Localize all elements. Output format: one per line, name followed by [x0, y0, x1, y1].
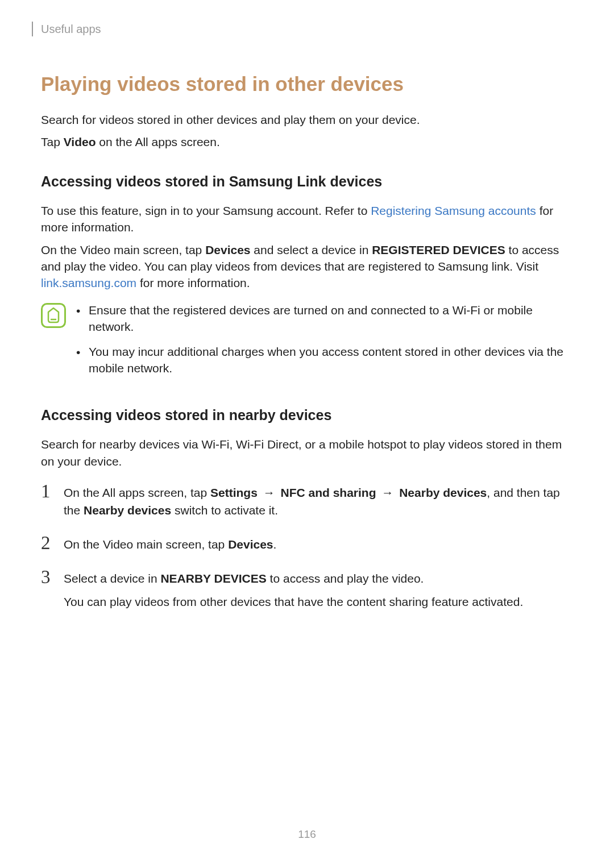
bold-text: Video — [64, 135, 96, 148]
bold-text: NEARBY DEVICES — [160, 572, 266, 585]
running-header-text: Useful apps — [41, 23, 101, 36]
numbered-list: 1 On the All apps screen, tap Settings →… — [41, 482, 573, 616]
bullet-item: • Ensure that the registered devices are… — [76, 302, 573, 335]
text: On the All apps screen, tap — [64, 486, 210, 499]
sub1-paragraph-1: To use this feature, sign in to your Sam… — [41, 202, 573, 236]
text: and select a device in — [251, 243, 372, 256]
bold-text: Nearby devices — [399, 486, 487, 499]
bold-text: Devices — [205, 243, 250, 256]
subsection-heading-samsung-link: Accessing videos stored in Samsung Link … — [41, 173, 573, 190]
subsection-heading-nearby: Accessing videos stored in nearby device… — [41, 407, 573, 423]
step-1: 1 On the All apps screen, tap Settings →… — [41, 482, 573, 519]
text: To use this feature, sign in to your Sam… — [41, 204, 371, 217]
bold-text: NFC and sharing — [281, 486, 376, 499]
intro-paragraph-1: Search for videos stored in other device… — [41, 111, 573, 128]
step-number: 2 — [41, 534, 64, 553]
note-block: • Ensure that the registered devices are… — [41, 302, 573, 385]
note-icon — [41, 303, 66, 328]
step-number: 1 — [41, 482, 64, 501]
text: to access and play the video. — [267, 572, 424, 585]
step-3: 3 Select a device in NEARBY DEVICES to a… — [41, 568, 573, 616]
bold-text: REGISTERED DEVICES — [372, 243, 505, 256]
page-number: 116 — [0, 828, 614, 841]
step-body: On the All apps screen, tap Settings → N… — [64, 482, 573, 519]
link-samsung-link[interactable]: link.samsung.com — [41, 276, 136, 289]
step-3-secondary: You can play videos from other devices t… — [64, 593, 573, 610]
text: Tap — [41, 135, 64, 148]
bullet-dot: • — [76, 343, 89, 360]
step-number: 3 — [41, 568, 64, 587]
text: On the Video main screen, tap — [64, 538, 228, 551]
text: for more information. — [136, 276, 250, 289]
arrow-icon: → — [258, 486, 281, 499]
bold-text: Devices — [228, 538, 273, 551]
bullet-item: • You may incur additional charges when … — [76, 343, 573, 377]
page-title: Playing videos stored in other devices — [41, 73, 573, 95]
sub2-intro: Search for nearby devices via Wi-Fi, Wi-… — [41, 436, 573, 470]
text: on the All apps screen. — [96, 135, 220, 148]
svg-rect-0 — [42, 304, 65, 327]
sub1-paragraph-2: On the Video main screen, tap Devices an… — [41, 242, 573, 292]
step-2: 2 On the Video main screen, tap Devices. — [41, 534, 573, 553]
intro-paragraph-2: Tap Video on the All apps screen. — [41, 134, 573, 150]
bullet-dot: • — [76, 302, 89, 319]
text: . — [273, 538, 277, 551]
bullet-text: You may incur additional charges when yo… — [89, 343, 573, 377]
running-header: Useful apps — [32, 22, 573, 36]
step-body: Select a device in NEARBY DEVICES to acc… — [64, 568, 573, 616]
bold-text: Nearby devices — [84, 504, 171, 517]
arrow-icon: → — [376, 486, 400, 499]
text: On the Video main screen, tap — [41, 243, 205, 256]
text: switch to activate it. — [171, 504, 278, 517]
step-body: On the Video main screen, tap Devices. — [64, 534, 573, 553]
bold-text: Settings — [210, 486, 258, 499]
bullet-text: Ensure that the registered devices are t… — [89, 302, 573, 335]
link-registering-accounts[interactable]: Registering Samsung accounts — [371, 204, 536, 217]
page-content: Useful apps Playing videos stored in oth… — [0, 0, 614, 616]
note-list: • Ensure that the registered devices are… — [76, 302, 573, 385]
text: Select a device in — [64, 572, 160, 585]
